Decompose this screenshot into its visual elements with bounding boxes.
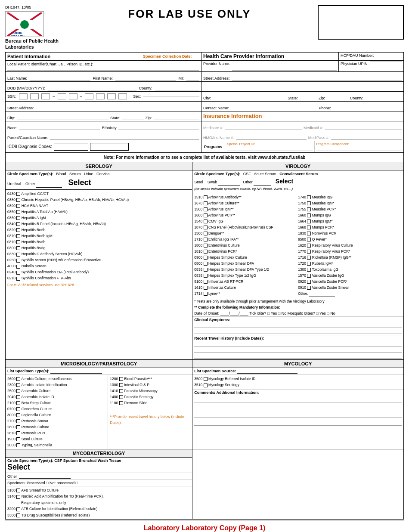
- travel-note: ***Provide recent travel history below (…: [110, 414, 190, 426]
- serology-header: SEROLOGY: [6, 162, 192, 170]
- myco-select: Select: [7, 463, 30, 471]
- serology-specimen-label: Circle Specimen Type(s):: [7, 172, 53, 176]
- county2-label-r: County:: [350, 96, 363, 100]
- city2-label-l: City:: [7, 116, 15, 120]
- svg-text:Florida: Florida: [12, 31, 22, 34]
- race-label: Race:: [7, 126, 18, 130]
- virology-header: VIROLOGY: [192, 162, 403, 170]
- ssn-box6: [85, 93, 93, 99]
- swab-note: (for swabs indicate specimen source, eg …: [194, 187, 293, 191]
- icd-box1: [54, 143, 88, 151]
- mycology-list-label: List Specimen Source:: [194, 369, 236, 373]
- lab-use-title: FOR LAB USE ONLY: [65, 7, 313, 21]
- asterisk-note: * Tests are only available through prior…: [192, 298, 403, 304]
- icd-box2: [90, 143, 129, 151]
- mandatory-note: ** Complete the following Mandatory Info…: [192, 304, 403, 310]
- street-address-label: Street Address:: [203, 76, 230, 80]
- hmo-label: HMO/Ins Name #:: [203, 136, 234, 140]
- myco-header: MYCOBACTERIOLOGY: [6, 449, 192, 458]
- myco-processed: Specimen: Processed □ Not processed □: [7, 481, 78, 485]
- zip-label-r: Zip:: [319, 96, 325, 100]
- ssn-box3: [41, 93, 50, 99]
- ssn-box7: [96, 93, 105, 99]
- state2-label-l: State:: [110, 116, 121, 120]
- footer-text: Laboratory: [144, 524, 182, 532]
- ssn-box1: [19, 93, 28, 99]
- sex-label: Sex:: [133, 94, 141, 99]
- county-label: County:: [139, 86, 152, 90]
- clinical-label: Clinical Symptoms:: [194, 318, 402, 322]
- first-name-label: First Name:: [93, 76, 113, 80]
- physician-label: Physician UPIN:: [341, 62, 369, 66]
- phone-label: Phone:: [319, 106, 331, 110]
- myco-specimen-label: Circle Specimen Type(s): CSF Sputum Bron…: [7, 458, 121, 463]
- ssn-box4: [58, 93, 66, 99]
- logo: Florida HEALTH: [5, 11, 44, 37]
- ssn-label: SSN:: [7, 94, 16, 99]
- ssn-box5: [69, 93, 77, 99]
- bureau-name: Bureau of Public Health Laboratories: [5, 38, 65, 50]
- programs-label: Programs: [204, 145, 222, 149]
- patient-info-header: Patient Information: [7, 54, 50, 59]
- provider-label: Provider Name:: [203, 62, 230, 71]
- date-onset: Date of Onset: ____/____/____ Tick Bite?…: [192, 310, 403, 316]
- zip2-label-l: Zip:: [146, 116, 152, 120]
- insurance-title: Insurance Information: [203, 113, 262, 119]
- travel-label: Recent Travel History (Include Dates):: [194, 336, 402, 340]
- micro-header: MICROBIOLOGY/PARASITOLOGY: [6, 360, 192, 368]
- form-number: DH1847, 13/05: [5, 5, 65, 9]
- icd-label: ICD9 Diagnosis Codes:: [7, 144, 52, 149]
- comments-label: Comments/ Additional Information:: [194, 390, 402, 395]
- ssn-box2: [30, 93, 39, 99]
- hiv-note: For HIV-1/2 related services use DH1628: [6, 282, 192, 288]
- last-name-label: Last Name:: [7, 76, 27, 80]
- special-project-label: Special Project ID:: [227, 142, 312, 146]
- serology-select: Select: [68, 178, 91, 187]
- hcp-num-label: HCP/DAU Number:: [341, 53, 374, 58]
- mi-label: MI:: [179, 76, 184, 80]
- svg-text:HEALTH: HEALTH: [11, 34, 25, 36]
- footer: Laboratory Laboratory Copy (Page 1): [5, 520, 404, 532]
- serology-test-list: 0430 Amplified GC/CT 0380 Chronic Hepati…: [6, 190, 192, 282]
- lab-use-box: [318, 5, 404, 40]
- hcp-info-header: Health Care Provider Information: [203, 53, 284, 59]
- urethral-label: Urethral Other: [7, 182, 62, 186]
- virology-specimen-label: Circle Specimen Type(s):: [194, 172, 240, 176]
- program-component-label: Program Component:: [316, 142, 402, 146]
- micro-list-label: List Specimen Type(s):: [7, 369, 50, 373]
- state-label-r: State:: [288, 96, 298, 100]
- ethnicity-label: Ethnicity: [102, 126, 117, 130]
- street-label-l: Street Address:: [7, 106, 34, 110]
- contact-label: Contact Name:: [203, 106, 229, 110]
- medicare-label: Medicare #:: [203, 126, 223, 130]
- virology-types: CSF Acute Serum Convalescent Serum: [243, 172, 318, 176]
- medicaid-label: Medicaid #:: [304, 126, 323, 130]
- local-id-label: Local Patient Identifier(Chart, Jail, Pr…: [7, 62, 93, 66]
- note-bar: Note: For more information or to see a c…: [5, 153, 404, 162]
- virology-select: Select: [276, 178, 293, 185]
- copy-text: Laboratory Copy (Page 1): [182, 524, 266, 532]
- parent-label: Parent/Guardian Name:: [7, 136, 48, 140]
- note-text: Note: For more information or to see a c…: [104, 155, 306, 160]
- city-label-r: City:: [203, 96, 211, 100]
- ssn-box9: [118, 93, 127, 99]
- medipass-label: MediPass #:: [308, 136, 330, 140]
- dob-label: DOB (MM/DD/YYYY):: [7, 86, 45, 90]
- svg-point-4: [20, 20, 29, 29]
- serology-types: Blood Serum Urine Cervical: [56, 172, 110, 176]
- ssn-box8: [107, 93, 116, 99]
- specimen-date-label: Specimen Collection Date:: [143, 54, 192, 59]
- mycology-header: MYCOLOGY: [192, 360, 403, 368]
